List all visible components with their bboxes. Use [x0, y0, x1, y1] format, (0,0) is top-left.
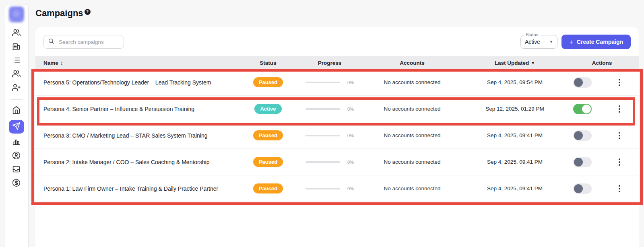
sidebar-item-lists[interactable] [9, 56, 24, 66]
page-title: Campaigns [35, 8, 83, 19]
status-badge: Paused [253, 77, 283, 87]
kebab-menu-icon[interactable] [617, 132, 622, 139]
sidebar-item-campaigns[interactable] [9, 120, 24, 134]
toolbar-right: Status Active ▼ + Create Campaign [520, 35, 631, 49]
chevron-down-icon: ▼ [549, 40, 553, 44]
toggle-knob [574, 78, 583, 87]
list-icon [12, 56, 21, 66]
sidebar-item-team[interactable] [9, 29, 24, 38]
inbox-icon [12, 165, 21, 175]
table-row[interactable]: Persona 3: CMO / Marketing Lead – STAR S… [35, 122, 639, 149]
campaign-name: Persona 1: Law Firm Owner – Intake Train… [35, 185, 237, 192]
sidebar-item-billing[interactable] [9, 179, 24, 188]
page-header: Campaigns ? [35, 8, 91, 19]
status-filter-label: Status [524, 32, 540, 37]
campaigns-toolbar: Status Active ▼ + Create Campaign [35, 27, 639, 56]
column-header-actions: Actions [565, 60, 639, 66]
accounts-status: No accounts connected [360, 159, 464, 165]
campaign-name: Persona 4: Senior Partner – Influence & … [35, 106, 237, 112]
accounts-status: No accounts connected [360, 106, 464, 112]
sidebar-item-inbox[interactable] [9, 165, 24, 175]
campaign-name: Persona 2: Intake Manager / COO – Sales … [35, 159, 237, 165]
dollar-icon [12, 179, 21, 189]
status-badge: Paused [253, 130, 283, 140]
last-updated: Sep 4, 2025, 09:41 PM [464, 185, 565, 191]
toggle-knob [582, 105, 591, 113]
sidebar [4, 4, 29, 247]
table-row[interactable]: Persona 1: Law Firm Owner – Intake Train… [35, 175, 639, 202]
plus-icon: + [569, 39, 573, 45]
kebab-menu-icon[interactable] [617, 105, 622, 113]
accounts-status: No accounts connected [360, 185, 464, 191]
sort-desc-icon: ▼ [531, 61, 535, 65]
toggle-knob [574, 158, 583, 167]
progress-bar [305, 161, 340, 163]
kebab-menu-icon[interactable] [617, 158, 622, 166]
table-header: Name ↕ Status Progress Accounts Last Upd… [35, 56, 639, 69]
status-badge: Active [254, 104, 281, 114]
last-updated: Sep 12, 2025, 01:29 PM [464, 106, 565, 112]
table-row[interactable]: Persona 2: Intake Manager / COO – Sales … [35, 149, 639, 175]
campaigns-card: Status Active ▼ + Create Campaign Name ↕… [35, 27, 639, 247]
kebab-menu-icon[interactable] [617, 79, 622, 86]
progress-percent: 0% [347, 80, 354, 85]
sort-updown-icon[interactable]: ↕ [60, 60, 63, 66]
progress-percent: 0% [347, 107, 354, 111]
campaign-toggle[interactable] [573, 130, 592, 141]
sidebar-item-home[interactable] [9, 106, 24, 115]
home-icon [12, 106, 21, 116]
campaign-name: Persona 5: Operations/Technology Leader … [35, 79, 237, 86]
progress-bar [305, 135, 340, 136]
help-icon[interactable]: ? [85, 9, 91, 15]
progress-bar [305, 188, 340, 189]
toggle-knob [574, 131, 583, 140]
accounts-status: No accounts connected [360, 132, 464, 138]
table-row[interactable]: Persona 4: Senior Partner – Influence & … [35, 96, 639, 122]
sidebar-item-company[interactable] [9, 43, 24, 52]
column-header-accounts[interactable]: Accounts [360, 60, 464, 66]
create-campaign-button[interactable]: + Create Campaign [561, 35, 631, 49]
team-icon [12, 29, 21, 39]
status-badge: Paused [253, 183, 283, 193]
progress-bar [305, 82, 340, 83]
campaign-toggle[interactable] [573, 77, 592, 88]
toggle-knob [574, 184, 583, 193]
campaign-toggle[interactable] [573, 157, 592, 167]
status-filter-select[interactable]: Status Active ▼ [520, 35, 557, 49]
sidebar-divider [10, 99, 23, 100]
search-box[interactable] [43, 35, 124, 49]
send-icon [12, 122, 21, 132]
last-updated: Sep 4, 2025, 09:41 PM [464, 132, 565, 138]
sidebar-item-analytics[interactable] [9, 138, 24, 147]
last-updated: Sep 4, 2025, 09:41 PM [464, 159, 565, 165]
sidebar-item-account[interactable] [9, 152, 24, 161]
campaign-name: Persona 3: CMO / Marketing Lead – STAR S… [35, 132, 237, 139]
search-icon [48, 38, 54, 46]
create-campaign-label: Create Campaign [577, 39, 623, 45]
last-updated: Sep 4, 2025, 09:54 PM [464, 79, 565, 85]
search-input[interactable] [58, 39, 120, 45]
progress-percent: 0% [347, 186, 354, 191]
table-row[interactable]: Persona 5: Operations/Technology Leader … [35, 69, 639, 96]
kebab-menu-icon[interactable] [617, 185, 622, 192]
column-header-last-updated[interactable]: Last Updated ▼ [464, 60, 565, 66]
app-logo [9, 6, 24, 23]
sidebar-item-add-user[interactable] [9, 84, 24, 93]
progress-percent: 0% [347, 133, 354, 138]
campaign-toggle[interactable] [573, 104, 592, 114]
table-body: Persona 5: Operations/Technology Leader … [35, 69, 639, 202]
sidebar-nav [9, 29, 24, 188]
company-icon [12, 42, 21, 52]
bar-chart-icon [12, 138, 21, 148]
column-header-status[interactable]: Status [237, 60, 299, 66]
sidebar-item-contacts[interactable] [9, 70, 24, 79]
status-badge: Paused [253, 157, 283, 167]
user-circle-icon [12, 151, 21, 161]
progress-percent: 0% [347, 160, 354, 165]
campaign-toggle[interactable] [573, 183, 592, 194]
progress-bar [305, 108, 340, 110]
status-filter-value: Active [525, 39, 540, 45]
column-header-name[interactable]: Name ↕ [35, 60, 237, 66]
contacts-icon [12, 70, 21, 80]
column-header-progress[interactable]: Progress [299, 60, 360, 66]
